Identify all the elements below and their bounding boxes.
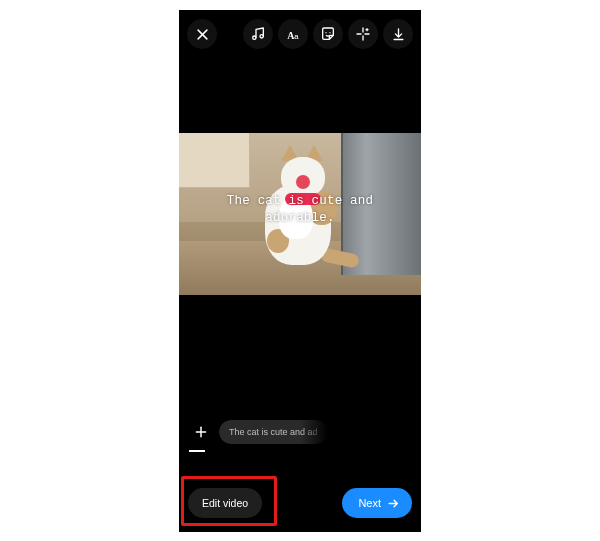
download-icon: [391, 27, 406, 42]
svg-point-7: [329, 32, 330, 33]
sticker-button[interactable]: [313, 19, 343, 49]
music-button[interactable]: [243, 19, 273, 49]
sparkle-icon: [355, 26, 371, 42]
background-cabinet: [179, 133, 250, 188]
close-icon: [195, 27, 210, 42]
add-clip-button[interactable]: [189, 420, 213, 444]
download-button[interactable]: [383, 19, 413, 49]
clip-indicator: [189, 450, 205, 452]
svg-point-6: [325, 32, 326, 33]
effects-button[interactable]: [348, 19, 378, 49]
svg-point-2: [253, 36, 256, 39]
sticker-icon: [320, 26, 336, 42]
edit-video-button[interactable]: Edit video: [188, 488, 262, 518]
editor-top-toolbar: A a: [179, 14, 421, 54]
svg-text:a: a: [294, 31, 299, 40]
text-style-button[interactable]: A a: [278, 19, 308, 49]
caption-preview-pill[interactable]: The cat is cute and ad: [219, 420, 328, 444]
media-preview[interactable]: The cat is cute and adorable.: [179, 133, 421, 295]
svg-point-3: [260, 35, 263, 38]
next-button[interactable]: Next: [342, 488, 412, 518]
next-button-label: Next: [358, 488, 381, 518]
music-icon: [250, 26, 266, 42]
plus-icon: [194, 425, 208, 439]
clip-text-strip: The cat is cute and ad: [179, 414, 421, 464]
arrow-right-icon: [387, 497, 400, 510]
cat-illustration: [261, 151, 353, 285]
story-editor-screen: A a: [179, 10, 421, 532]
editor-bottom-bar: Edit video Next: [179, 476, 421, 532]
close-button[interactable]: [187, 19, 217, 49]
text-style-icon: A a: [285, 26, 302, 43]
